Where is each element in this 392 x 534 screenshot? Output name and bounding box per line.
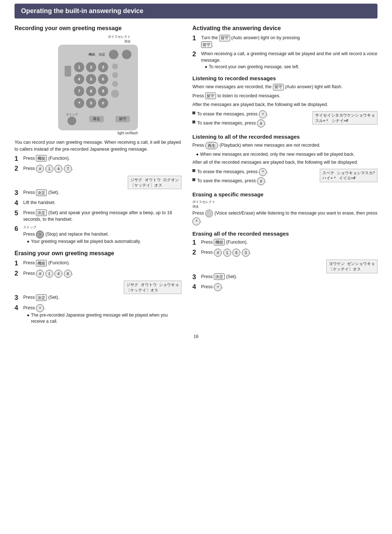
display-all: スベテ ショウキョシマスカ?ハイ=＊ イイエ=# xyxy=(320,169,377,182)
btn-kettei-er3: 決定 xyxy=(36,294,47,301)
step-rec-1: 1 Press 機能 (Function). xyxy=(15,155,181,163)
step-er-4: 4 Press ＊. ●The pre-recorded Japanese gr… xyxy=(15,304,181,325)
key-4: 4 xyxy=(74,74,84,84)
listen-rules: サイセイシタヨウケンショウキョスル=＊ シナイ=# To erase the m… xyxy=(192,110,377,129)
btn-star-specific: ＊ xyxy=(192,217,200,225)
bullet-1 xyxy=(192,111,195,114)
note-rec-6: ●Your greeting message will be played ba… xyxy=(27,239,181,245)
all-after: After all of the recorded messages are p… xyxy=(192,159,377,166)
btn-kettei-5: 決定 xyxy=(36,209,47,216)
key-1: 1 xyxy=(74,62,84,72)
display-ae-2: ヨウケン ゼンショウキョ〔ケッテイ〕オス xyxy=(326,260,377,273)
btn-star-erase: ＊ xyxy=(259,110,267,118)
header-bar: Operating the built-in answering device xyxy=(15,4,377,19)
light-on-label: light on/flash xyxy=(58,131,138,135)
step-ae-1: 1 Press 機能 (Function). xyxy=(192,239,377,247)
deco2 xyxy=(112,72,118,78)
listen-intro: When new messages are recorded, the 留守 (… xyxy=(192,83,377,90)
btn-hash-er2: # xyxy=(36,270,44,278)
specific-intro: ボイスセレクト消去 Press (Voice select/Erase) whi… xyxy=(192,200,377,225)
section-listen-title: Listening to recorded messages xyxy=(192,75,377,81)
btn-stop-6: ○ xyxy=(36,231,44,239)
step-er-2: 2 Press # 1 4 8. xyxy=(15,270,181,278)
display-rec-2: ジサク オウトウ ロクオン〔ケッテイ〕オス xyxy=(128,176,181,189)
step-rec-5: 5 Press 決定 (Set) and speak your greeting… xyxy=(15,209,181,223)
step-ae-2: 2 Press # 1 6 3. xyxy=(192,249,377,257)
btn-voiceselect xyxy=(205,209,213,217)
btn-playback-all: 再生 xyxy=(205,142,218,149)
step-rec-4: 4 Lift the handset. xyxy=(15,199,181,207)
playback-btn-diagram: 再生 xyxy=(89,116,104,122)
btn-kinoh xyxy=(109,50,118,59)
btn-ryuusu-li2: 留守 xyxy=(205,93,216,99)
phone-diagram: ボイスセレクト消去 機能 決定 xyxy=(15,34,181,135)
page-number: 16 xyxy=(15,334,377,339)
page: Operating the built-in answering device … xyxy=(0,4,392,350)
section-specific-title: Erasing a specific message xyxy=(192,191,377,197)
key-7: 7 xyxy=(74,86,84,96)
btn-1-er2: 1 xyxy=(45,270,53,278)
btn-hash-save: # xyxy=(257,119,265,127)
step-ae-3: 3 Press 決定 (Set). xyxy=(192,273,377,281)
btn-kettei-3: 決定 xyxy=(36,189,47,196)
key-5: 5 xyxy=(86,74,96,84)
section1-intro: You can record your own greeting message… xyxy=(15,139,181,153)
note-all: ●When new messages are recorded, only th… xyxy=(196,151,377,158)
display-er-2: ジサク オウトウ ショウキョ〔ケッテイ〕オス xyxy=(124,281,181,294)
key-2: 2 xyxy=(86,62,96,72)
section-activate-title: Activating the answering device xyxy=(192,25,377,32)
stop-btn xyxy=(68,117,76,125)
label-kettei: 決定 xyxy=(99,52,105,57)
key-8: 8 xyxy=(86,86,96,96)
btn-hash-2: # xyxy=(36,165,44,173)
btn-kettei xyxy=(122,50,131,59)
key-6: 6 xyxy=(98,74,108,84)
step-rec-2-wrap: 2 Press # 1 4 7. ジサク オウトウ ロクオン〔ケッテイ〕オス xyxy=(15,165,181,189)
rule-erase: To erase the messages, press ＊. xyxy=(192,110,313,118)
btn-star-all-erase: ＊ xyxy=(259,168,267,176)
label-kinoh: 機能 xyxy=(89,52,95,57)
keypad-grid: 1 2 3 4 5 6 7 8 9 ＊ xyxy=(74,62,108,108)
btn-kinoh-ae1: 機能 xyxy=(214,239,225,245)
step-act-2: 2 When receiving a call, a greeting mess… xyxy=(192,50,377,70)
btn-3-ae2: 3 xyxy=(242,249,250,257)
key-9: 9 xyxy=(98,86,108,96)
key-0: 0 xyxy=(86,98,96,108)
btn-ryuusu-li1: 留守 xyxy=(273,84,284,90)
specific-label: ボイスセレクト消去 xyxy=(192,200,377,209)
nav-btn xyxy=(65,66,71,77)
step-er-2-wrap: 2 Press # 1 4 8. ジサク オウトウ ショウキョ〔ケッテイ〕オス xyxy=(15,270,181,294)
deco1 xyxy=(112,64,118,69)
btn-ryuusu-act1: 留守 xyxy=(219,35,230,41)
btn-hash-all-save: # xyxy=(257,177,265,185)
step-er-3: 3 Press 決定 (Set). xyxy=(15,294,181,302)
rule-save: To save the messages, press #. xyxy=(192,119,313,127)
label-stop-6: ストップ xyxy=(23,225,181,230)
step-ae-2-wrap: 2 Press # 1 6 3. ヨウケン ゼンショウキョ〔ケッテイ〕オス xyxy=(192,249,377,273)
diagram-label-top: ボイスセレクト消去 xyxy=(58,34,131,44)
deco4 xyxy=(111,90,119,98)
key-3: 3 xyxy=(98,62,108,72)
step-rec-6: 6 ストップ Press ○ (Stop) and replace the ha… xyxy=(15,225,181,244)
header-title: Operating the built-in answering device xyxy=(21,7,143,15)
btn-star-ae4: ＊ xyxy=(214,283,222,291)
section-all-erase-title: Erasing all of the recorded messages xyxy=(192,231,377,237)
btn-1-ae2: 1 xyxy=(223,249,231,257)
all-rules: スベテ ショウキョシマスカ?ハイ=＊ イイエ=# To erase the me… xyxy=(192,168,377,186)
step-ae-4: 4 Press ＊. xyxy=(192,283,377,291)
section-all-title: Listening to all of the recorded message… xyxy=(192,134,377,140)
step-rec-3: 3 Press 決定 (Set). xyxy=(15,189,181,197)
step-act-1: 1 Turn the 留守 (Auto answer) light on by … xyxy=(192,34,377,48)
display-listen: サイセイシタヨウケンショウキョスル=＊ シナイ=# xyxy=(313,111,377,125)
btn-kinoh-er1: 機能 xyxy=(36,260,47,266)
section2-title: Erasing your own greeting message xyxy=(15,250,181,257)
note-er-4: ●The pre-recorded Japanese greeting mess… xyxy=(27,312,181,325)
all-rule-erase: To erase the messages, press ＊. xyxy=(192,168,320,176)
bullet-3 xyxy=(192,169,195,172)
step-er-1: 1 Press 機能 (Function). xyxy=(15,260,181,268)
step-rec-2: 2 Press # 1 4 7. xyxy=(15,165,181,173)
section2: Erasing your own greeting message 1 Pres… xyxy=(15,250,181,324)
note-act-2: ●To record your own greeting message, se… xyxy=(205,64,377,70)
all-intro: Press 再生 (Playback) when new messages ar… xyxy=(192,142,377,149)
btn-4-er2: 4 xyxy=(54,270,62,278)
